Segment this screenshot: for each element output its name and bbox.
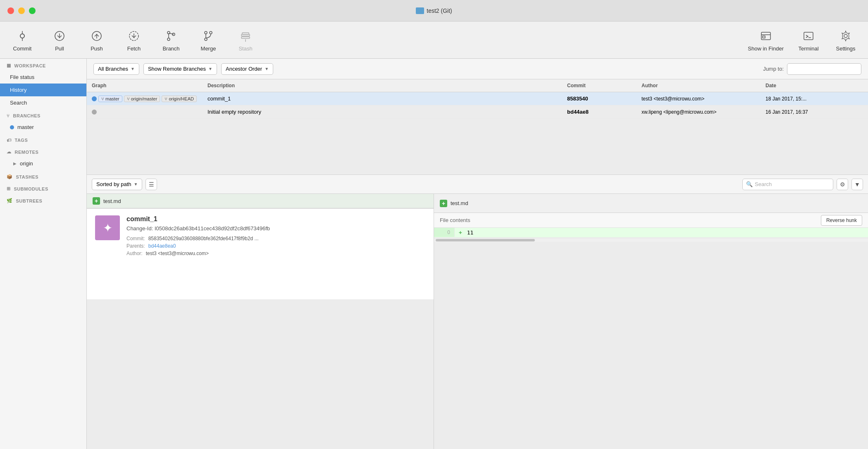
stash-button[interactable]: Stash (233, 29, 258, 52)
list-view-btn[interactable]: ☰ (145, 179, 157, 190)
dropdown-arrow-icon: ▼ (131, 67, 135, 71)
sidebar-item-origin[interactable]: ▶ origin (0, 157, 86, 170)
commit-row[interactable]: Initial empty repository bd44ae8 xw.lipe… (87, 105, 868, 119)
commit-icon (15, 29, 30, 43)
svg-point-13 (205, 31, 207, 34)
merge-button[interactable]: Merge (196, 29, 221, 52)
diff-scrollbar[interactable] (434, 238, 868, 242)
files-panel: + test.md ✦ commit_1 Change-Id: I0508dc2… (87, 194, 434, 449)
header-description: Description (203, 81, 562, 90)
toolbar-right: Show in Finder Terminal Settings (748, 29, 858, 52)
dropdown-arrow-icon: ▼ (208, 67, 212, 71)
list-icon: ☰ (149, 181, 154, 188)
parent-hash-link[interactable]: bd44ae8ea0 (148, 243, 176, 249)
commit-info-header: ✦ commit_1 Change-Id: I0508dc26ab63b411c… (95, 215, 425, 258)
settings-icon (838, 29, 853, 43)
commit-hash: 8583540 (562, 92, 637, 105)
header-date: Date (761, 81, 868, 90)
stashes-section: 📦 STASHES (0, 170, 86, 182)
submodules-section: ⊞ SUBMODULES (0, 182, 86, 194)
commit-meta-row-author: Author: test3 <test3@microwu.com> (126, 251, 270, 256)
lower-section: Sorted by path ▼ ☰ 🔍 Search ⚙ ▼ (87, 175, 868, 449)
diff-file-contents-label: File contents (440, 217, 470, 223)
sort-dropdown-arrow-icon: ▼ (134, 182, 138, 186)
commit-meta-row-parents: Parents: bd44ae8ea0 (126, 243, 270, 249)
sidebar-item-master[interactable]: master (0, 121, 86, 134)
branch-dot (10, 125, 14, 129)
maximize-button[interactable] (29, 7, 36, 14)
titlebar: test2 (Git) (0, 0, 868, 21)
main-layout: ▦ WORKSPACE File status History Search ⑂… (0, 59, 868, 449)
toolbar: Commit Pull Push (0, 21, 868, 59)
ancestor-order-dropdown[interactable]: Ancestor Order ▼ (221, 63, 273, 75)
avatar: ✦ (95, 215, 120, 240)
fetch-label: Fetch (127, 45, 141, 52)
commit-info-desc: Change-Id: I0508dc26ab63b411cec438d92df2… (126, 225, 270, 232)
header-author: Author (637, 81, 761, 90)
reverse-hunk-button[interactable]: Reverse hunk (821, 215, 862, 226)
settings-button[interactable]: Settings (833, 29, 858, 52)
svg-rect-18 (241, 37, 250, 38)
branch-tag-origin-head: ⑂ origin/HEAD (162, 96, 197, 102)
show-remote-branches-dropdown[interactable]: Show Remote Branches ▼ (143, 63, 217, 75)
commit-button[interactable]: Commit (10, 29, 35, 52)
toolbar-left: Commit Pull Push (10, 29, 258, 52)
merge-icon (201, 29, 216, 43)
branches-icon: ⑂ (7, 113, 10, 118)
svg-rect-19 (242, 33, 249, 34)
header-commit: Commit (562, 81, 637, 90)
fetch-button[interactable]: Fetch (122, 29, 146, 52)
pull-label: Pull (55, 45, 64, 52)
commit-graph-cell: ⑂ master ⑂ origin/master ⑂ origin/HEAD (87, 94, 203, 104)
push-button[interactable]: Push (84, 29, 109, 52)
commit-author-2: xw.lipeng <lipeng@microwu.com> (637, 106, 761, 118)
commit-author: test3 <test3@microwu.com> (637, 93, 761, 105)
minimize-button[interactable] (18, 7, 25, 14)
sidebar-item-file-status[interactable]: File status (0, 71, 86, 84)
file-search-box[interactable]: 🔍 Search (742, 179, 833, 190)
submodules-icon: ⊞ (7, 186, 11, 191)
sidebar-item-history[interactable]: History (0, 84, 86, 96)
diff-line-number: 0 (434, 228, 455, 237)
remotes-section: ☁ REMOTES (0, 145, 86, 157)
file-row[interactable]: + test.md (87, 194, 434, 208)
sidebar-item-search[interactable]: Search (0, 96, 86, 109)
lower-toolbar: Sorted by path ▼ ☰ 🔍 Search ⚙ ▼ (87, 175, 868, 194)
svg-rect-24 (804, 32, 813, 40)
finder-icon (758, 29, 773, 43)
commit-graph-cell-2 (87, 108, 203, 116)
svg-rect-23 (763, 36, 765, 38)
commit-meta-row-commit: Commit: 85835402629a03608880bfe362fde641… (126, 236, 270, 241)
pull-button[interactable]: Pull (47, 29, 72, 52)
expand-btn[interactable]: ▼ (851, 179, 863, 190)
gear-icon: ⚙ (840, 181, 845, 188)
commit-info-title: commit_1 (126, 215, 270, 223)
search-icon: 🔍 (746, 181, 753, 187)
close-button[interactable] (7, 7, 14, 14)
workspace-icon: ▦ (7, 63, 11, 68)
sidebar: ▦ WORKSPACE File status History Search ⑂… (0, 59, 87, 449)
commit-date: 18 Jan 2017, 15:... (761, 93, 868, 105)
folder-icon (416, 7, 424, 14)
show-in-finder-button[interactable]: Show in Finder (748, 29, 784, 52)
merge-label: Merge (201, 45, 216, 52)
workspace-section: ▦ WORKSPACE (0, 59, 86, 71)
commit-row[interactable]: ⑂ master ⑂ origin/master ⑂ origin/HEAD c… (87, 92, 868, 105)
settings-label: Settings (836, 45, 856, 52)
diff-plus-icon: + (459, 229, 462, 236)
gear-settings-btn[interactable]: ⚙ (837, 179, 848, 190)
commit-date-2: 16 Jan 2017, 16:37 (761, 106, 868, 118)
all-branches-dropdown[interactable]: All Branches ▼ (93, 63, 139, 75)
svg-point-15 (210, 31, 212, 34)
diff-file-add-icon: + (440, 200, 447, 207)
terminal-button[interactable]: Terminal (796, 29, 821, 52)
commit-hash-2: bd44ae8 (562, 105, 637, 118)
files-diff-container: + test.md ✦ commit_1 Change-Id: I0508dc2… (87, 194, 868, 449)
jump-to-area: Jump to: (763, 63, 861, 75)
sorted-by-path-dropdown[interactable]: Sorted by path ▼ (92, 179, 142, 190)
jump-to-input[interactable] (787, 63, 861, 75)
commit-description: commit_1 (203, 92, 562, 105)
branch-button[interactable]: Branch (159, 29, 184, 52)
diff-content-header: File contents Reverse hunk (434, 213, 868, 228)
push-label: Push (91, 45, 103, 52)
